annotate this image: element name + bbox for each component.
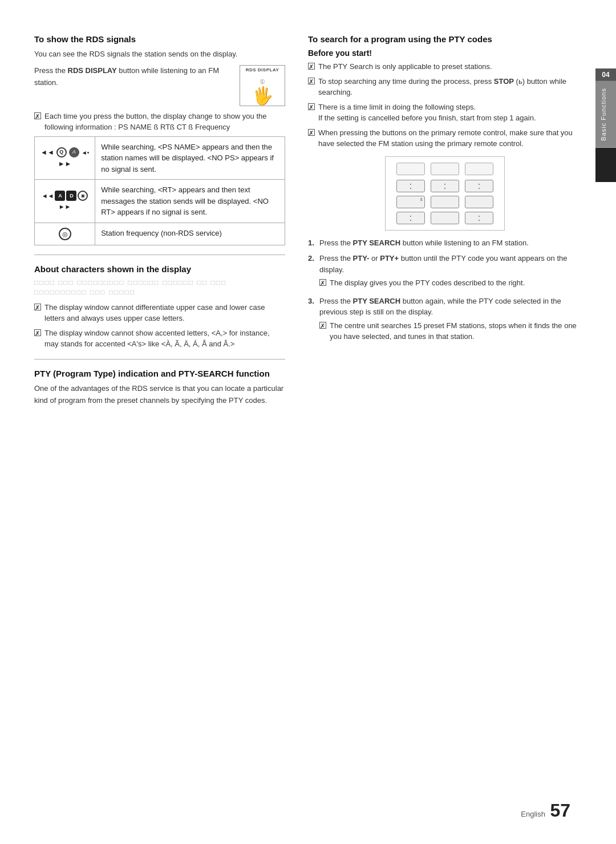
table-text-cell-2: While searching, <RT> appears and then t… [95,180,285,223]
char-bullet1: The display window cannot differentiate … [34,302,285,324]
table-icon-cell-3: ◎ [35,223,95,245]
char-bullet2-text: The display window cannot show accented … [44,328,285,350]
side-tab: 04 Basic Functions [595,68,616,182]
step-1-num: 1. [308,237,319,249]
char-bullet2: The display window cannot show accented … [34,328,285,350]
step-3-subbullet-text: The centre unit searches 15 preset FM st… [330,320,582,342]
placeholder-line-1: □□□□ □□□ □□□□□□□□□ □□□□□□ □□□□□□ □□ □□□ [34,278,285,286]
rds-display-area: RDS DISPLAY ① 🖐 Press the RDS DISPLAY bu… [34,65,285,111]
before-bullet2: To stop searching any time during the pr… [308,76,582,98]
step-3-subbullet: The centre unit searches 15 preset FM st… [319,320,582,342]
rds-display-label: RDS DISPLAY [246,67,279,72]
page-footer: English 57 [521,800,570,821]
step-2-content: Press the PTY- or PTY+ button until the … [319,253,582,291]
main-content: To show the RDS signals You can see the … [34,34,582,411]
table-row: ◄◄ Q A ◄• ►► While searching, <PS NAME> … [35,136,285,180]
before-bullet3-text: There is a time limit in doing the follo… [318,102,536,124]
right-column: To search for a program using the PTY co… [308,34,582,411]
before-bullet1: The PTY Search is only applicable to pre… [308,61,582,72]
hand-press-icon: 🖐 [252,87,273,104]
step-2-subbullet-text: The display gives you the PTY codes desc… [330,277,525,289]
rewind2-icon: ◄◄ [42,191,54,201]
page-container: 04 Basic Functions To show the RDS signa… [0,0,616,844]
chapter-title: Basic Functions [595,81,616,148]
characters-section: About characters shown in the display □□… [34,264,285,350]
table-text-cell-3: Station frequency (non-RDS service) [95,223,285,245]
before-bullet4: When pressing the buttons on the primary… [308,127,582,150]
pty-search-section: To search for a program using the PTY co… [308,34,582,345]
step-1-text: Press the PTY SEARCH button while listen… [319,237,529,249]
pty-para: One of the advantages of the RDS service… [34,383,285,407]
forward-icon: ◄• [82,148,89,157]
signal-table: ◄◄ Q A ◄• ►► While searching, <PS NAME> … [34,136,285,245]
page-number: 57 [550,800,570,821]
step-1: 1. Press the PTY SEARCH button while lis… [308,237,582,249]
fast-forward-icon: ►► [58,159,72,169]
table-row: ◎ Station frequency (non-RDS service) [35,223,285,245]
step-2-text: Press the PTY- or PTY+ button until the … [319,254,567,274]
checkbox-icon-4 [308,63,315,70]
step-2-subbullet: The display gives you the PTY codes desc… [319,277,582,289]
checkbox-icon-5 [308,78,315,84]
placeholder-text-area: □□□□ □□□ □□□□□□□□□ □□□□□□ □□□□□□ □□ □□□ … [34,278,285,296]
left-column: To show the RDS signals You can see the … [34,34,285,411]
rewind-icon: ◄◄ [40,147,54,158]
forward2-icon: ►► [59,202,71,212]
language-label: English [521,810,545,818]
checkbox-icon-8 [319,279,326,286]
step-3: 3. Press the PTY SEARCH button again, wh… [308,296,582,345]
before-bullet1-text: The PTY Search is only applicable to pre… [318,61,492,72]
remote-control-image: : : : ε : [385,156,505,231]
before-bullet2-text: To stop searching any time during the pr… [318,76,582,98]
step-3-num: 3. [308,296,319,307]
checkbox-icon-3 [34,329,41,336]
rds-bullet1: Each time you press the button, the disp… [34,111,285,133]
pty-heading: PTY (Program Type) indication and PTY-SE… [34,369,285,378]
checkbox-icon-7 [308,129,315,136]
pty-search-heading: To search for a program using the PTY co… [308,34,582,44]
checkbox-icon-9 [319,322,326,329]
step-2-num: 2. [308,253,319,264]
placeholder-line-2: □□□□□□□□□□ □□□ □□□□□ [34,288,285,296]
rds-signals-section: To show the RDS signals You can see the … [34,34,285,245]
section-divider-2 [34,359,285,360]
tab-black-bar [595,148,616,182]
before-bullet3: There is a time limit in doing the follo… [308,102,582,124]
table-row: ◄◄ A D ◙ ►► While searching, <RT> appear… [35,180,285,223]
rds-para1: You can see the RDS signals the station … [34,49,285,60]
step-2: 2. Press the PTY- or PTY+ button until t… [308,253,582,291]
step-3-text: Press the PTY SEARCH button again, while… [319,297,561,317]
rds-signals-heading: To show the RDS signals [34,34,285,44]
checkbox-icon-6 [308,103,315,110]
table-icon-cell-1: ◄◄ Q A ◄• ►► [35,136,95,180]
step-3-content: Press the PTY SEARCH button again, while… [319,296,582,345]
checkbox-icon [34,112,41,119]
table-text-cell-1: While searching, <PS NAME> appears and t… [95,136,285,180]
characters-heading: About characters shown in the display [34,264,285,274]
checkbox-icon-2 [34,304,41,310]
pty-section: PTY (Program Type) indication and PTY-SE… [34,369,285,407]
before-start-heading: Before you start! [308,49,582,58]
before-bullet4-text: When pressing the buttons on the primary… [318,127,582,150]
section-divider-1 [34,255,285,255]
chapter-number: 04 [595,68,616,81]
rds-bullet1-text: Each time you press the button, the disp… [44,111,285,133]
rds-display-image: RDS DISPLAY ① 🖐 [240,65,285,106]
char-bullet1-text: The display window cannot differentiate … [44,302,285,324]
table-icon-cell-2: ◄◄ A D ◙ ►► [35,180,95,223]
